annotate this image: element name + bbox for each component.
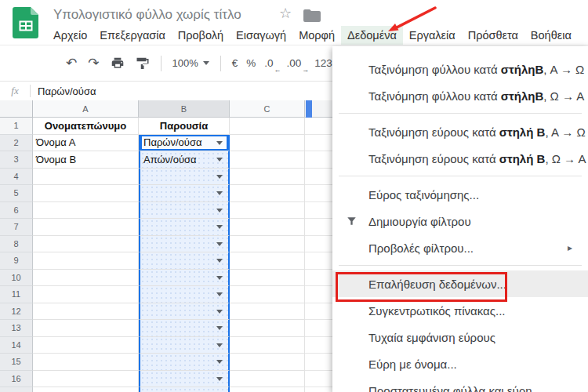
row-header[interactable]: 8 xyxy=(0,236,33,253)
row-header[interactable]: 7 xyxy=(0,219,33,236)
row-header[interactable]: 12 xyxy=(0,303,33,321)
cell-column-c[interactable] xyxy=(230,151,305,169)
cell-column-b[interactable] xyxy=(139,303,230,321)
cell-column-b[interactable] xyxy=(139,202,230,220)
cell-dropdown-icon[interactable] xyxy=(216,310,223,314)
cell-dropdown-icon[interactable] xyxy=(216,141,223,145)
data-menu-item[interactable]: Δημιουργία φίλτρου xyxy=(332,208,588,234)
cell-column-a[interactable] xyxy=(33,387,139,392)
cell-column-b[interactable] xyxy=(139,371,230,388)
redo-icon[interactable]: ↷ xyxy=(88,56,99,71)
menubar-item[interactable]: Αρχείο xyxy=(47,26,93,45)
cell-column-c[interactable] xyxy=(230,185,305,202)
row-header[interactable]: 13 xyxy=(0,320,33,337)
cell-column-c[interactable] xyxy=(230,387,305,392)
data-menu-item[interactable]: Προστατευμένα φύλλα και εύρη... xyxy=(332,377,588,392)
cell-dropdown-icon[interactable] xyxy=(216,209,223,212)
star-icon[interactable]: ☆ xyxy=(279,6,292,20)
cell-column-b[interactable] xyxy=(139,219,230,236)
data-menu-item[interactable]: Ταξινόμηση εύρους κατά στηλή Β, Ω → Α xyxy=(332,145,588,172)
cell-column-b[interactable] xyxy=(139,185,230,202)
cell-column-c[interactable] xyxy=(230,236,305,253)
row-header[interactable]: 9 xyxy=(0,252,33,270)
cell-column-b[interactable] xyxy=(139,286,230,303)
cell-column-c[interactable] xyxy=(230,252,305,270)
document-title[interactable]: Υπολογιστικό φύλλο χωρίς τίτλο xyxy=(53,7,241,23)
cell-column-c[interactable] xyxy=(230,337,305,354)
data-menu-item[interactable]: Προβολές φίλτρου...▸ xyxy=(332,234,588,261)
cell-dropdown-icon[interactable] xyxy=(216,343,223,347)
percent-format-button[interactable]: % xyxy=(246,57,256,69)
cell-dropdown-icon[interactable] xyxy=(216,360,223,364)
cell-column-a[interactable]: Όνομα Β xyxy=(33,151,139,169)
cell-dropdown-icon[interactable] xyxy=(216,326,223,330)
row-header[interactable]: 2 xyxy=(0,135,33,152)
row-header[interactable]: 11 xyxy=(0,286,33,303)
cell-column-a[interactable] xyxy=(33,354,139,371)
cell-dropdown-icon[interactable] xyxy=(216,377,223,381)
cell-column-c[interactable] xyxy=(230,202,305,220)
row-header[interactable]: 15 xyxy=(0,354,33,371)
cell-dropdown-icon[interactable] xyxy=(216,259,223,263)
print-icon[interactable] xyxy=(111,57,125,70)
cell-column-a[interactable] xyxy=(33,236,139,253)
data-menu-item[interactable]: Ταξινόμηση εύρους κατά στηλή Β, Α → Ω xyxy=(332,118,588,145)
cell-column-c[interactable] xyxy=(230,354,305,371)
cell-dropdown-icon[interactable] xyxy=(216,175,223,179)
cell-column-b[interactable] xyxy=(139,270,230,287)
cell-column-b[interactable] xyxy=(139,252,230,270)
cell-column-c[interactable] xyxy=(230,270,305,287)
cell-column-c[interactable] xyxy=(230,286,305,303)
cell-column-b[interactable] xyxy=(139,337,230,354)
cell-column-b[interactable] xyxy=(139,387,230,392)
cell-column-b[interactable] xyxy=(139,236,230,253)
cell-column-a[interactable] xyxy=(33,286,139,303)
cell-column-a[interactable]: Ονοματεπώνυμο xyxy=(33,118,139,135)
data-menu-item[interactable]: Τυχαία εμφάνιση εύρους xyxy=(332,324,588,350)
cell-column-c[interactable] xyxy=(230,118,305,135)
row-header[interactable]: 3 xyxy=(0,151,33,169)
row-header[interactable]: 6 xyxy=(0,202,33,220)
row-header[interactable]: 1 xyxy=(0,118,33,135)
cell-column-c[interactable] xyxy=(230,320,305,337)
column-header[interactable]: B xyxy=(139,100,230,118)
data-menu-item[interactable]: Ταξινόμηση φύλλου κατά στήληB, Α → Ω xyxy=(332,56,588,82)
data-menu-item[interactable]: Εύρος ταξινόμησης... xyxy=(332,181,588,208)
menubar-item[interactable]: Επεξεργασία xyxy=(93,26,172,45)
undo-icon[interactable]: ↶ xyxy=(66,56,77,71)
row-header[interactable]: 5 xyxy=(0,185,33,202)
select-all-corner[interactable] xyxy=(0,100,33,118)
data-menu-item[interactable]: Συγκεντρωτικός πίνακας... xyxy=(332,297,588,324)
cell-column-a[interactable] xyxy=(33,202,139,220)
cell-column-c[interactable] xyxy=(230,135,305,152)
sheets-logo-icon[interactable] xyxy=(13,7,39,38)
cell-dropdown-icon[interactable] xyxy=(216,158,223,162)
menubar-item[interactable]: Εισαγωγή xyxy=(230,26,292,45)
cell-dropdown-icon[interactable] xyxy=(216,276,223,280)
menubar-item[interactable]: Μορφή xyxy=(292,26,341,45)
cell-column-a[interactable] xyxy=(33,252,139,270)
cell-column-c[interactable] xyxy=(230,303,305,321)
row-header[interactable]: 16 xyxy=(0,371,33,388)
cell-column-a[interactable] xyxy=(33,219,139,236)
paint-format-icon[interactable] xyxy=(136,56,150,70)
cell-column-a[interactable] xyxy=(33,303,139,321)
decrease-decimal-button[interactable]: .0← xyxy=(264,57,278,69)
cell-column-c[interactable] xyxy=(230,219,305,236)
increase-decimal-button[interactable]: .00→ xyxy=(287,57,307,69)
row-header[interactable]: 17 xyxy=(0,387,33,392)
cell-column-c[interactable] xyxy=(230,169,305,186)
cell-column-a[interactable] xyxy=(33,337,139,354)
cell-dropdown-icon[interactable] xyxy=(216,292,223,296)
currency-format-button[interactable]: € xyxy=(232,57,238,69)
cell-column-a[interactable] xyxy=(33,371,139,388)
data-menu-item[interactable]: Εύρη με όνομα... xyxy=(332,350,588,377)
cell-column-b[interactable]: Απών/ούσα xyxy=(139,151,230,169)
row-header[interactable]: 14 xyxy=(0,337,33,354)
cell-dropdown-icon[interactable] xyxy=(216,225,223,229)
cell-column-a[interactable] xyxy=(33,320,139,337)
row-header[interactable]: 4 xyxy=(0,169,33,186)
cell-column-b[interactable] xyxy=(139,354,230,371)
cell-dropdown-icon[interactable] xyxy=(216,242,223,246)
cell-column-a[interactable] xyxy=(33,169,139,186)
